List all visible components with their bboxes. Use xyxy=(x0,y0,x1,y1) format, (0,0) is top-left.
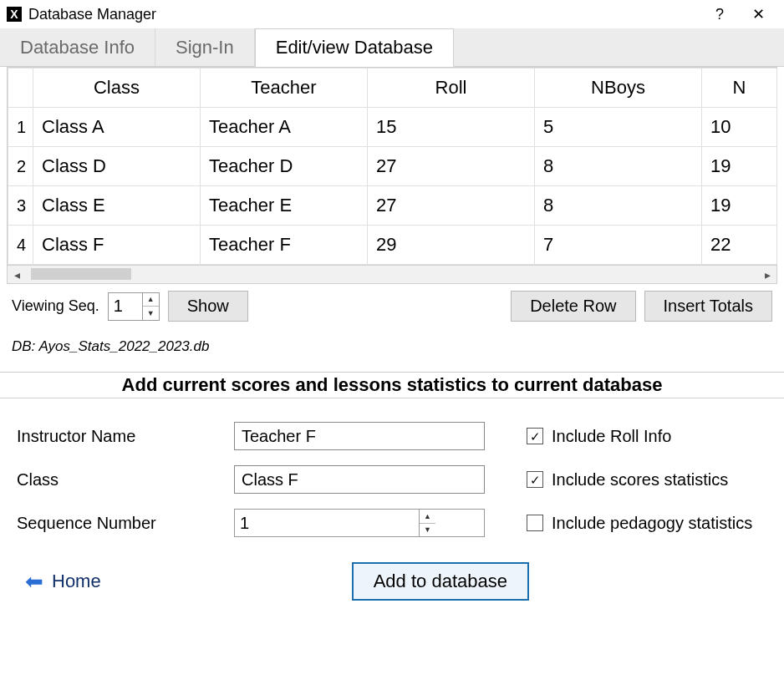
col-n-truncated[interactable]: N xyxy=(702,68,777,108)
table-row[interactable]: 1 Class A Teacher A 15 5 10 xyxy=(8,108,777,147)
close-button[interactable]: ✕ xyxy=(739,0,777,28)
include-roll-label: Include Roll Info xyxy=(552,427,671,446)
checkbox-icon[interactable]: ✓ xyxy=(527,428,543,444)
viewing-seq-label: Viewing Seq. xyxy=(12,297,99,315)
scroll-left-icon[interactable]: ◂ xyxy=(8,268,26,282)
tab-sign-in[interactable]: Sign-In xyxy=(155,28,255,66)
stepper-down-icon[interactable]: ▼ xyxy=(143,307,159,320)
sequence-number-label: Sequence Number xyxy=(17,514,192,533)
cell[interactable]: 22 xyxy=(702,226,777,265)
home-link[interactable]: ⬅ Home xyxy=(25,569,101,595)
delete-row-button[interactable]: Delete Row xyxy=(511,291,635,322)
section-header-wrap: Add current scores and lessons statistic… xyxy=(0,372,784,398)
window-title: Database Manager xyxy=(28,6,156,23)
cell[interactable]: 15 xyxy=(368,108,535,147)
class-label: Class xyxy=(17,470,192,490)
data-table-wrap: Class Teacher Roll NBoys N 1 Class A Tea… xyxy=(7,67,777,266)
cell[interactable]: Teacher A xyxy=(201,108,368,147)
app-icon: X xyxy=(7,7,22,22)
bottom-row: ⬅ Home Add to database xyxy=(0,554,784,609)
include-scores-checkbox[interactable]: ✓ Include scores statistics xyxy=(527,470,784,490)
include-scores-label: Include scores statistics xyxy=(552,470,728,490)
cell[interactable]: 8 xyxy=(535,186,702,226)
cell[interactable]: 19 xyxy=(702,147,777,186)
cell[interactable]: 27 xyxy=(368,186,535,226)
table-toolbar: Viewing Seq. ▲ ▼ Show Delete Row Insert … xyxy=(0,284,784,328)
table-row[interactable]: 2 Class D Teacher D 27 8 19 xyxy=(8,147,777,186)
row-index: 3 xyxy=(8,186,33,226)
scroll-thumb[interactable] xyxy=(31,268,131,280)
tab-edit-view-database[interactable]: Edit/view Database xyxy=(255,28,454,67)
add-stats-form: Instructor Name ✓ Include Roll Info Clas… xyxy=(0,398,784,554)
col-class[interactable]: Class xyxy=(33,68,201,108)
col-teacher[interactable]: Teacher xyxy=(201,68,368,108)
col-nboys[interactable]: NBoys xyxy=(535,68,702,108)
table-row[interactable]: 3 Class E Teacher E 27 8 19 xyxy=(8,186,777,226)
include-roll-checkbox[interactable]: ✓ Include Roll Info xyxy=(527,427,784,446)
include-pedagogy-label: Include pedagogy statistics xyxy=(552,514,752,533)
cell[interactable]: 8 xyxy=(535,147,702,186)
cell[interactable]: Class D xyxy=(33,147,201,186)
titlebar: X Database Manager ? ✕ xyxy=(0,0,784,28)
add-to-database-button[interactable]: Add to database xyxy=(352,562,529,601)
class-input[interactable] xyxy=(234,465,485,494)
stepper-up-icon[interactable]: ▲ xyxy=(143,293,159,307)
instructor-name-input[interactable] xyxy=(234,422,485,450)
checkbox-icon[interactable]: ✓ xyxy=(527,471,543,488)
table-corner xyxy=(8,68,33,108)
tab-database-info[interactable]: Database Info xyxy=(0,28,155,66)
checkbox-icon[interactable] xyxy=(527,515,543,531)
cell[interactable]: 5 xyxy=(535,108,702,147)
cell[interactable]: Class A xyxy=(33,108,201,147)
viewing-seq-stepper[interactable]: ▲ ▼ xyxy=(108,292,160,321)
row-index: 2 xyxy=(8,147,33,186)
sequence-number-stepper[interactable]: ▲ ▼ xyxy=(234,509,485,537)
instructor-name-label: Instructor Name xyxy=(17,427,192,446)
show-button[interactable]: Show xyxy=(168,291,248,322)
data-table[interactable]: Class Teacher Roll NBoys N 1 Class A Tea… xyxy=(8,68,777,265)
section-header: Add current scores and lessons statistic… xyxy=(122,374,663,395)
cell[interactable]: Teacher D xyxy=(201,147,368,186)
cell[interactable]: 29 xyxy=(368,226,535,265)
cell[interactable]: Teacher E xyxy=(201,186,368,226)
stepper-down-icon[interactable]: ▼ xyxy=(420,524,435,537)
viewing-seq-input[interactable] xyxy=(109,293,142,320)
table-header-row: Class Teacher Roll NBoys N xyxy=(8,68,777,108)
cell[interactable]: Class E xyxy=(33,186,201,226)
cell[interactable]: 10 xyxy=(702,108,777,147)
db-path-label: DB: Ayos_Stats_2022_2023.db xyxy=(0,328,784,372)
scroll-right-icon[interactable]: ▸ xyxy=(758,268,776,282)
include-pedagogy-checkbox[interactable]: Include pedagogy statistics xyxy=(527,514,784,533)
stepper-up-icon[interactable]: ▲ xyxy=(420,510,435,524)
cell[interactable]: Teacher F xyxy=(201,226,368,265)
cell[interactable]: Class F xyxy=(33,226,201,265)
home-label: Home xyxy=(52,571,101,592)
row-index: 1 xyxy=(8,108,33,147)
help-button[interactable]: ? xyxy=(700,0,739,28)
col-roll[interactable]: Roll xyxy=(368,68,535,108)
tab-bar: Database Info Sign-In Edit/view Database xyxy=(0,28,784,67)
horizontal-scrollbar[interactable]: ◂ ▸ xyxy=(7,266,777,284)
cell[interactable]: 19 xyxy=(702,186,777,226)
cell[interactable]: 7 xyxy=(535,226,702,265)
sequence-number-input[interactable] xyxy=(235,510,419,536)
row-index: 4 xyxy=(8,226,33,265)
cell[interactable]: 27 xyxy=(368,147,535,186)
back-arrow-icon: ⬅ xyxy=(25,569,43,595)
table-row[interactable]: 4 Class F Teacher F 29 7 22 xyxy=(8,226,777,265)
insert-totals-button[interactable]: Insert Totals xyxy=(644,291,772,322)
